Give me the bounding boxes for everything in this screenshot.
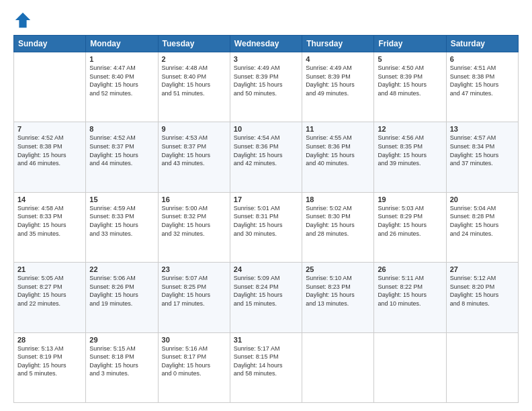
day-info-line: Sunrise: 4:55 AM <box>306 134 370 142</box>
day-info-line: Daylight: 15 hours <box>89 221 154 230</box>
day-number: 21 <box>17 265 82 273</box>
day-info-line: Daylight: 15 hours <box>234 81 298 89</box>
day-info-line: and 24 minutes. <box>450 230 515 238</box>
day-info-line: Sunrise: 4:49 AM <box>234 64 298 73</box>
week-row-2: 7Sunrise: 4:52 AMSunset: 8:38 PMDaylight… <box>14 122 519 192</box>
day-info-line: Sunrise: 5:01 AM <box>234 204 298 213</box>
day-info-line: and 39 minutes. <box>378 159 442 168</box>
day-info-line: Daylight: 14 hours <box>234 361 298 370</box>
day-info-line: and 42 minutes. <box>234 159 298 168</box>
day-cell: 4Sunrise: 4:49 AMSunset: 8:39 PMDaylight… <box>302 52 374 122</box>
day-info-line: and 33 minutes. <box>89 230 154 238</box>
day-cell: 24Sunrise: 5:09 AMSunset: 8:24 PMDayligh… <box>230 263 302 332</box>
day-cell: 9Sunrise: 4:53 AMSunset: 8:37 PMDaylight… <box>158 122 230 192</box>
day-info-line: Daylight: 15 hours <box>17 151 82 160</box>
day-info-line: Sunrise: 4:53 AM <box>162 134 226 142</box>
day-number: 18 <box>306 195 370 203</box>
day-info-line: Sunrise: 4:59 AM <box>89 204 154 213</box>
day-cell <box>446 332 518 402</box>
day-info-line: and 58 minutes. <box>234 369 298 378</box>
day-cell: 12Sunrise: 4:56 AMSunset: 8:35 PMDayligh… <box>374 122 446 192</box>
page: SundayMondayTuesdayWednesdayThursdayFrid… <box>0 0 532 411</box>
day-info-line: Daylight: 15 hours <box>89 291 154 300</box>
day-cell: 5Sunrise: 4:50 AMSunset: 8:39 PMDaylight… <box>374 52 446 122</box>
day-info-line: Sunrise: 5:05 AM <box>17 274 82 283</box>
day-cell: 28Sunrise: 5:13 AMSunset: 8:19 PMDayligh… <box>14 332 86 402</box>
day-info-line: Sunset: 8:40 PM <box>162 73 226 81</box>
day-number: 24 <box>234 265 298 273</box>
day-cell: 18Sunrise: 5:02 AMSunset: 8:30 PMDayligh… <box>302 192 374 262</box>
day-info-line: Daylight: 15 hours <box>306 151 370 160</box>
day-number: 10 <box>234 125 298 133</box>
day-number: 8 <box>89 125 154 133</box>
day-info-line: and 15 minutes. <box>234 300 298 308</box>
day-info-line: Sunrise: 5:12 AM <box>450 274 515 283</box>
day-cell: 2Sunrise: 4:48 AMSunset: 8:40 PMDaylight… <box>158 52 230 122</box>
day-cell: 6Sunrise: 4:51 AMSunset: 8:38 PMDaylight… <box>446 52 518 122</box>
day-cell: 3Sunrise: 4:49 AMSunset: 8:39 PMDaylight… <box>230 52 302 122</box>
day-cell: 23Sunrise: 5:07 AMSunset: 8:25 PMDayligh… <box>158 263 230 332</box>
day-info-line: Sunset: 8:26 PM <box>89 283 154 291</box>
day-info-line: Sunset: 8:40 PM <box>89 73 154 81</box>
day-info-line: Sunrise: 5:06 AM <box>89 274 154 283</box>
day-cell: 16Sunrise: 5:00 AMSunset: 8:32 PMDayligh… <box>158 192 230 262</box>
day-info-line: Sunset: 8:39 PM <box>234 73 298 81</box>
weekday-header-sunday: Sunday <box>14 36 86 52</box>
day-number: 17 <box>234 195 298 203</box>
logo <box>13 11 35 30</box>
day-cell: 21Sunrise: 5:05 AMSunset: 8:27 PMDayligh… <box>14 263 86 332</box>
day-info-line: Daylight: 15 hours <box>89 81 154 89</box>
day-info-line: Sunset: 8:29 PM <box>378 212 442 221</box>
day-number: 30 <box>162 336 226 344</box>
day-info-line: Sunrise: 4:47 AM <box>89 64 154 73</box>
day-info-line: Sunset: 8:38 PM <box>450 73 515 81</box>
day-info-line: and 13 minutes. <box>306 300 370 308</box>
day-info-line: Daylight: 15 hours <box>234 221 298 230</box>
day-info-line: and 35 minutes. <box>17 230 82 238</box>
day-info-line: and 46 minutes. <box>17 159 82 168</box>
day-info-line: and 10 minutes. <box>378 300 442 308</box>
weekday-header-monday: Monday <box>86 36 158 52</box>
day-info-line: Sunrise: 5:02 AM <box>306 204 370 213</box>
day-number: 22 <box>89 265 154 273</box>
day-info-line: Sunset: 8:39 PM <box>306 73 370 81</box>
day-info-line: Sunrise: 5:16 AM <box>162 345 226 353</box>
day-cell: 31Sunrise: 5:17 AMSunset: 8:15 PMDayligh… <box>230 332 302 402</box>
day-info-line: Daylight: 15 hours <box>17 361 82 370</box>
day-number: 5 <box>378 55 442 63</box>
day-info-line: and 22 minutes. <box>17 300 82 308</box>
week-row-4: 21Sunrise: 5:05 AMSunset: 8:27 PMDayligh… <box>14 263 519 332</box>
day-number: 15 <box>89 195 154 203</box>
header <box>13 11 519 30</box>
day-info-line: Sunset: 8:38 PM <box>17 142 82 151</box>
day-info-line: Sunset: 8:36 PM <box>306 142 370 151</box>
day-cell: 17Sunrise: 5:01 AMSunset: 8:31 PMDayligh… <box>230 192 302 262</box>
day-info-line: and 32 minutes. <box>162 230 226 238</box>
day-info-line: Sunset: 8:30 PM <box>306 212 370 221</box>
day-info-line: Sunrise: 5:03 AM <box>378 204 442 213</box>
day-info-line: Sunrise: 4:54 AM <box>234 134 298 142</box>
day-cell <box>302 332 374 402</box>
day-number: 29 <box>89 336 154 344</box>
day-info-line: Sunset: 8:36 PM <box>234 142 298 151</box>
day-info-line: and 28 minutes. <box>306 230 370 238</box>
day-info-line: Daylight: 15 hours <box>378 291 442 300</box>
day-number: 4 <box>306 55 370 63</box>
day-info-line: and 40 minutes. <box>306 159 370 168</box>
day-number: 14 <box>17 195 82 203</box>
day-info-line: Sunrise: 5:10 AM <box>306 274 370 283</box>
day-info-line: and 17 minutes. <box>162 300 226 308</box>
logo-icon <box>13 11 32 30</box>
weekday-header-tuesday: Tuesday <box>158 36 230 52</box>
weekday-header-thursday: Thursday <box>302 36 374 52</box>
day-number: 2 <box>162 55 226 63</box>
day-info-line: Sunset: 8:19 PM <box>17 353 82 361</box>
day-info-line: and 0 minutes. <box>162 369 226 378</box>
week-row-5: 28Sunrise: 5:13 AMSunset: 8:19 PMDayligh… <box>14 332 519 402</box>
week-row-1: 1Sunrise: 4:47 AMSunset: 8:40 PMDaylight… <box>14 52 519 122</box>
day-info-line: and 48 minutes. <box>378 89 442 98</box>
day-info-line: Sunset: 8:25 PM <box>162 283 226 291</box>
day-info-line: Sunrise: 4:57 AM <box>450 134 515 142</box>
day-info-line: Sunrise: 5:00 AM <box>162 204 226 213</box>
day-info-line: Sunrise: 5:15 AM <box>89 345 154 353</box>
